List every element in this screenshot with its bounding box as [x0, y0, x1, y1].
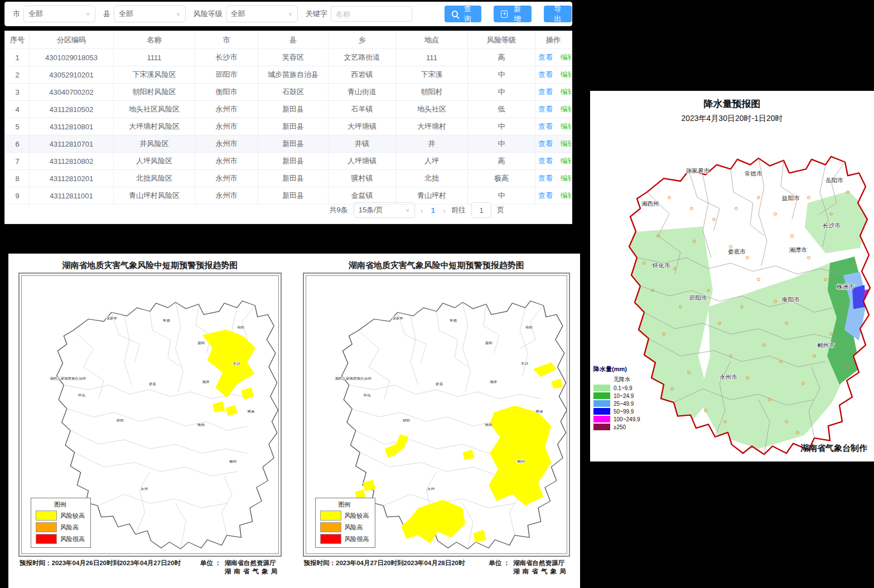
cell-county: 新田县: [258, 135, 329, 153]
unit-line1: 湖南省自然资源厅: [224, 559, 280, 567]
keyword-input[interactable]: [331, 6, 412, 22]
city-label: 湘西州: [641, 201, 659, 207]
edit-link[interactable]: 编辑: [561, 88, 572, 96]
city-label: 湘西土家族苗族自治州: [335, 377, 371, 381]
city-label: 株洲: [535, 409, 543, 413]
cell-seq: 4: [6, 101, 30, 118]
filter-bar: 市 全部 ∨ 县 全部 ∨ 风险等级 全部 ∨ 关键字 查询 + 新增 导出: [4, 2, 572, 26]
cell-risk-level: 中: [468, 84, 535, 101]
view-link[interactable]: 查看: [538, 174, 553, 182]
city-label: 娄底: [149, 382, 156, 386]
next-page-button[interactable]: ›: [443, 206, 446, 215]
cell-code: 4301029018053: [30, 49, 114, 66]
legend-swatch: [593, 385, 610, 391]
export-button[interactable]: 导出: [544, 6, 572, 22]
view-link[interactable]: 查看: [538, 139, 553, 148]
precip-map-credit: 湖南省气象台制作: [800, 443, 867, 454]
edit-link[interactable]: 编辑: [561, 157, 572, 165]
city-label: 岳阳: [525, 325, 532, 329]
cell-actions: 查看 编辑 删除: [535, 118, 572, 135]
edit-link[interactable]: 编辑: [561, 70, 572, 79]
goto-page-input[interactable]: [471, 202, 491, 218]
table-row: 9 43112811001 青山坪村风险区 永州市 新田县 金盆镇 青山坪村 中…: [6, 187, 572, 205]
cell-spot: 朝阳村: [396, 84, 468, 101]
chevron-down-icon: ∨: [288, 11, 293, 17]
page-size-select[interactable]: 15条/页 ∨: [354, 202, 415, 218]
cell-actions: 查看 编辑 删除: [535, 66, 572, 84]
view-link[interactable]: 查看: [538, 53, 553, 61]
unit-line2: 湖南省气象局: [224, 567, 280, 576]
legend-swatch: [593, 408, 610, 415]
cell-town: 文艺路街道: [329, 49, 396, 66]
cell-name: 1111: [114, 49, 195, 66]
column-header: 乡: [329, 32, 396, 49]
cell-spot: 大坪塘村: [396, 118, 468, 135]
forecast-time: 预报时间：2023年04月27日20时到2023年04月28日20时: [304, 559, 465, 567]
edit-link[interactable]: 编辑: [561, 174, 572, 182]
precip-map-panel: 降水量预报图 2023年4月30日20时-1日20时 湘西州张家界市常德市岳阳市…: [590, 91, 874, 461]
risk-level-filter-label: 风险等级: [194, 9, 223, 19]
city-filter-label: 市: [13, 9, 20, 19]
city-label: 益阳: [197, 341, 205, 346]
legend-swatch: [36, 511, 57, 521]
table-row: 8 43112810201 北拙风险区 永州市 新田县 骥村镇 北拙 极高 查看…: [6, 170, 572, 187]
view-link[interactable]: 查看: [538, 88, 553, 96]
county-select[interactable]: 全部 ∨: [114, 6, 186, 22]
plus-icon: +: [501, 11, 508, 18]
city-label: 郴州: [229, 459, 236, 463]
cell-risk-level: 高: [468, 153, 535, 170]
search-icon: [452, 11, 458, 17]
city-label: 张家界: [392, 316, 403, 320]
edit-link[interactable]: 编辑: [561, 191, 572, 200]
column-header: 地点: [396, 32, 468, 49]
pagination: 共9条 15条/页 ∨ ‹ 1 › 前往 页: [4, 202, 571, 218]
search-button[interactable]: 查询: [445, 6, 481, 22]
column-header: 县: [258, 32, 329, 49]
city-select[interactable]: 全部 ∨: [23, 6, 95, 22]
precip-map-title: 降水量预报图: [590, 91, 874, 110]
city-label: 株洲市: [836, 284, 854, 290]
trend-map-figure-2: 湖南省地质灾害气象风险中短期预警预报趋势图: [303, 258, 570, 588]
view-link[interactable]: 查看: [538, 191, 553, 200]
view-link[interactable]: 查看: [538, 122, 553, 130]
cell-actions: 查看 编辑 删除: [535, 49, 572, 66]
trend-map-figure-1: 湖南省地质灾害气象风险中短期预警预报趋势图 湘西土家族苗族自治州张家界常德岳阳益…: [18, 258, 282, 588]
city-label: 岳阳: [237, 325, 244, 329]
city-label: 常德: [450, 318, 457, 322]
edit-link[interactable]: 编辑: [561, 105, 572, 113]
city-label: 衡阳: [485, 423, 492, 427]
table-row: 1 4301029018053 1111 长沙市 芙蓉区 文艺路街道 111 高…: [6, 49, 572, 66]
view-link[interactable]: 查看: [538, 70, 553, 79]
city-label: 郴州: [517, 459, 524, 463]
cell-county: 新田县: [258, 118, 329, 135]
cell-city: 永州市: [195, 101, 258, 118]
cell-code: 43112810801: [30, 118, 114, 135]
column-header: 市: [195, 32, 258, 49]
cell-county: 芙蓉区: [258, 49, 329, 66]
trend-map-box: 湘西土家族苗族自治州张家界常德岳阳益阳长沙娄底湘潭株洲怀化邵阳衡阳永州郴州 图例…: [18, 273, 282, 557]
edit-link[interactable]: 编辑: [561, 53, 572, 61]
cell-risk-level: 极高: [468, 170, 535, 187]
add-button[interactable]: + 新增: [494, 6, 531, 22]
current-page[interactable]: 1: [429, 206, 437, 215]
cell-seq: 6: [6, 135, 30, 153]
cell-town: 井镇: [329, 135, 396, 153]
cell-spot: 111: [396, 49, 468, 66]
edit-link[interactable]: 编辑: [561, 122, 572, 130]
view-link[interactable]: 查看: [538, 105, 553, 113]
city-label: 怀化市: [652, 263, 670, 269]
edit-link[interactable]: 编辑: [561, 139, 572, 148]
cell-name: 井风险区: [114, 135, 195, 153]
cell-city: 长沙市: [195, 49, 258, 66]
column-header: 风险等级: [468, 32, 535, 49]
page-unit-label: 页: [497, 205, 504, 215]
city-label: 株洲: [247, 409, 254, 413]
prev-page-button[interactable]: ‹: [421, 206, 423, 215]
view-link[interactable]: 查看: [538, 157, 553, 165]
city-label: 永州: [427, 487, 434, 490]
risk-level-select[interactable]: 全部 ∨: [226, 6, 298, 22]
table-row: 7 43112810802 人坪风险区 永州市 新田县 人坪塘镇 人坪 高 查看…: [6, 153, 572, 170]
total-count: 共9条: [330, 205, 348, 215]
cell-spot: 青山坪村: [396, 187, 468, 205]
table-row: 4 43112810502 地头社区风险区 永州市 新田县 石羊镇 地头社区 低…: [6, 101, 572, 118]
